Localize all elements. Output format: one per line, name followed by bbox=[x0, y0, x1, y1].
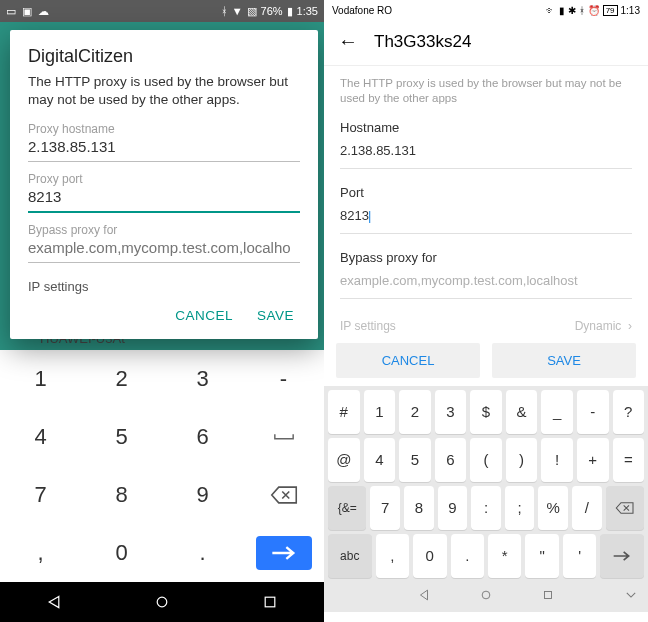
key-moresym[interactable]: {&= bbox=[328, 486, 366, 530]
key-6[interactable]: 6 bbox=[435, 438, 467, 482]
key-1[interactable]: 1 bbox=[0, 350, 81, 408]
key-dollar[interactable]: $ bbox=[470, 390, 502, 434]
nav-home-icon[interactable] bbox=[154, 594, 170, 610]
nav-keyboard-down-icon[interactable] bbox=[624, 588, 638, 606]
key-7[interactable]: 7 bbox=[370, 486, 400, 530]
dialog-description: The HTTP proxy is used by the browser bu… bbox=[28, 73, 300, 108]
battery-icon: ▮ bbox=[287, 5, 293, 18]
key-dash[interactable]: - bbox=[577, 390, 609, 434]
numeric-keyboard: 1 2 3 - 4 5 6 7 8 9 bbox=[0, 350, 324, 582]
wifi-settings-background: 🔒 🔒 🔒 🔒 🔒 DigitalCitizen The HTTP proxy … bbox=[0, 22, 324, 350]
key-slash[interactable]: / bbox=[572, 486, 602, 530]
key-4[interactable]: 4 bbox=[364, 438, 396, 482]
save-button[interactable]: SAVE bbox=[257, 308, 294, 323]
bluetooth-icon: ᚼ bbox=[579, 5, 585, 16]
clock-text: 1:13 bbox=[621, 5, 640, 16]
key-rparen[interactable]: ) bbox=[506, 438, 538, 482]
key-backspace[interactable] bbox=[243, 466, 324, 524]
nav-home-icon[interactable] bbox=[479, 588, 493, 606]
key-at[interactable]: @ bbox=[328, 438, 360, 482]
key-backspace[interactable] bbox=[606, 486, 644, 530]
nav-recent-icon[interactable] bbox=[541, 588, 555, 606]
key-3[interactable]: 3 bbox=[435, 390, 467, 434]
key-2[interactable]: 2 bbox=[81, 350, 162, 408]
image-icon: ▣ bbox=[22, 5, 32, 18]
key-star[interactable]: * bbox=[488, 534, 521, 578]
key-lparen[interactable]: ( bbox=[470, 438, 502, 482]
key-9[interactable]: 9 bbox=[438, 486, 468, 530]
save-button[interactable]: SAVE bbox=[492, 343, 636, 378]
key-percent[interactable]: % bbox=[538, 486, 568, 530]
key-period[interactable]: . bbox=[451, 534, 484, 578]
wifi-icon: ᯤ bbox=[546, 5, 556, 16]
key-dash[interactable]: - bbox=[243, 350, 324, 408]
key-9[interactable]: 9 bbox=[162, 466, 243, 524]
key-8[interactable]: 8 bbox=[404, 486, 434, 530]
hostname-input[interactable]: 2.138.85.131 bbox=[340, 141, 632, 169]
battery-text: 79 bbox=[603, 5, 618, 16]
key-question[interactable]: ? bbox=[613, 390, 645, 434]
status-bar: ▭ ▣ ☁ ᚼ ▼ ▧ 76% ▮ 1:35 bbox=[0, 0, 324, 22]
key-enter[interactable] bbox=[243, 524, 324, 582]
nav-back-icon[interactable] bbox=[46, 594, 62, 610]
bypass-input[interactable]: example.com,mycomp.test.com,localhost bbox=[340, 271, 632, 299]
key-3[interactable]: 3 bbox=[162, 350, 243, 408]
cancel-button[interactable]: CANCEL bbox=[175, 308, 233, 323]
nav-recent-icon[interactable] bbox=[262, 594, 278, 610]
hostname-label: Proxy hostname bbox=[28, 122, 300, 136]
port-input[interactable]: 8213 bbox=[340, 206, 632, 234]
dialog-title: DigitalCitizen bbox=[28, 46, 300, 67]
key-8[interactable]: 8 bbox=[81, 466, 162, 524]
key-comma[interactable]: , bbox=[376, 534, 409, 578]
svg-rect-1 bbox=[265, 597, 275, 607]
key-7[interactable]: 7 bbox=[0, 466, 81, 524]
key-space[interactable] bbox=[243, 408, 324, 466]
key-underscore[interactable]: _ bbox=[541, 390, 573, 434]
key-5[interactable]: 5 bbox=[81, 408, 162, 466]
key-6[interactable]: 6 bbox=[162, 408, 243, 466]
wifi-icon: ▼ bbox=[232, 5, 243, 17]
page-title: Th3G33ks24 bbox=[374, 32, 471, 52]
key-amp[interactable]: & bbox=[506, 390, 538, 434]
bypass-label: Bypass proxy for bbox=[28, 223, 300, 237]
key-bang[interactable]: ! bbox=[541, 438, 573, 482]
key-4[interactable]: 4 bbox=[0, 408, 81, 466]
key-comma[interactable]: , bbox=[0, 524, 81, 582]
key-0[interactable]: 0 bbox=[413, 534, 446, 578]
key-equals[interactable]: = bbox=[613, 438, 645, 482]
vibrate-icon: ✱ bbox=[568, 5, 576, 16]
ip-settings-label[interactable]: IP settings bbox=[28, 279, 300, 294]
hostname-input[interactable] bbox=[28, 136, 300, 162]
key-enter[interactable] bbox=[600, 534, 644, 578]
no-sim-icon: ▧ bbox=[247, 5, 257, 18]
battery-text: 76% bbox=[261, 5, 283, 17]
back-button[interactable]: ← bbox=[338, 30, 358, 53]
key-semicolon[interactable]: ; bbox=[505, 486, 535, 530]
key-squote[interactable]: ' bbox=[563, 534, 596, 578]
cloud-icon: ☁ bbox=[38, 5, 49, 18]
bluetooth-icon: ᚼ bbox=[221, 5, 228, 17]
key-period[interactable]: . bbox=[162, 524, 243, 582]
port-input[interactable] bbox=[28, 186, 300, 213]
key-colon[interactable]: : bbox=[471, 486, 501, 530]
nav-back-icon[interactable] bbox=[417, 588, 431, 606]
bypass-label: Bypass proxy for bbox=[340, 250, 632, 265]
key-dquote[interactable]: " bbox=[525, 534, 558, 578]
key-0[interactable]: 0 bbox=[81, 524, 162, 582]
bypass-input[interactable] bbox=[28, 237, 300, 263]
ip-settings-value[interactable]: Dynamic › bbox=[575, 319, 632, 333]
svg-point-0 bbox=[157, 597, 167, 607]
hostname-label: Hostname bbox=[340, 120, 632, 135]
ip-settings-label[interactable]: IP settings bbox=[340, 319, 396, 333]
key-plus[interactable]: + bbox=[577, 438, 609, 482]
key-1[interactable]: 1 bbox=[364, 390, 396, 434]
key-hash[interactable]: # bbox=[328, 390, 360, 434]
key-2[interactable]: 2 bbox=[399, 390, 431, 434]
form-description: The HTTP proxy is used by the browser bu… bbox=[340, 76, 632, 106]
key-abc[interactable]: abc bbox=[328, 534, 372, 578]
cancel-button[interactable]: CANCEL bbox=[336, 343, 480, 378]
clock-text: 1:35 bbox=[297, 5, 318, 17]
symbol-keyboard: # 1 2 3 $ & _ - ? @ 4 5 6 ( ) ! + = bbox=[324, 386, 648, 582]
signal-icon: ▮ bbox=[559, 5, 565, 16]
key-5[interactable]: 5 bbox=[399, 438, 431, 482]
